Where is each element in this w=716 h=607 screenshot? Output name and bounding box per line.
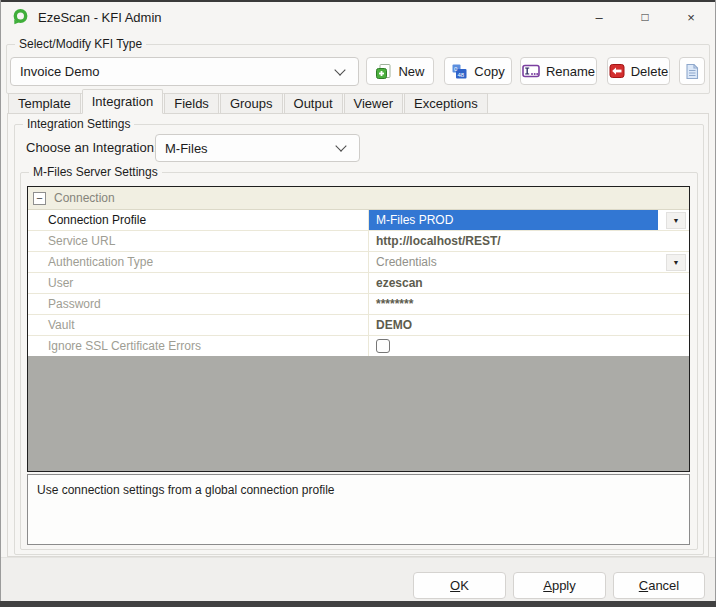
collapse-icon[interactable]: − <box>33 192 46 205</box>
new-button-label: New <box>398 64 424 79</box>
property-row-user[interactable]: User ezescan <box>28 273 689 294</box>
integration-combobox[interactable]: M-Files <box>155 134 360 162</box>
category-label: Connection <box>54 191 115 205</box>
ignore-ssl-checkbox[interactable] <box>376 339 390 353</box>
property-label: Authentication Type <box>28 252 369 272</box>
chevron-down-icon <box>335 140 346 151</box>
tab-exceptions[interactable]: Exceptions <box>404 93 488 114</box>
new-icon <box>375 63 392 80</box>
property-value: M-Files PROD <box>369 213 453 227</box>
kfi-type-selected-value: Invoice Demo <box>11 64 336 79</box>
property-value: Credentials <box>369 255 658 269</box>
svg-text:48: 48 <box>458 71 465 77</box>
cancel-button-label: Cancel <box>639 578 679 593</box>
property-label: Service URL <box>28 231 369 251</box>
delete-button-label: Delete <box>631 64 669 79</box>
property-value: DEMO <box>369 318 412 332</box>
ok-button-label: OK <box>450 578 469 593</box>
property-row-connection-profile[interactable]: Connection Profile M-Files PROD ▼ <box>28 210 689 231</box>
connection-category-row[interactable]: − Connection <box>28 187 689 210</box>
kfi-type-group-label: Select/Modify KFI Type <box>15 37 146 51</box>
copy-button[interactable]: 0 48 Copy <box>444 57 512 85</box>
property-label: Connection Profile <box>28 210 369 230</box>
title-bar: EzeScan - KFI Admin – □ × <box>0 2 716 32</box>
tab-fields[interactable]: Fields <box>164 93 219 114</box>
property-row-authentication-type[interactable]: Authentication Type Credentials ▼ <box>28 252 689 273</box>
window-left-edge <box>0 0 1 607</box>
property-row-password[interactable]: Password ******** <box>28 294 689 315</box>
property-row-service-url[interactable]: Service URL http://localhost/REST/ <box>28 231 689 252</box>
selected-value-highlight: M-Files PROD <box>369 210 658 230</box>
property-row-ignore-ssl[interactable]: Ignore SSL Certificate Errors <box>28 336 689 357</box>
close-button[interactable]: × <box>668 2 714 32</box>
choose-integration-label: Choose an Integration: <box>26 140 158 155</box>
new-button[interactable]: New <box>366 57 434 85</box>
footer-bar: OK Apply Cancel <box>0 557 716 601</box>
window-bottom-edge <box>0 601 716 607</box>
kfi-type-combobox[interactable]: Invoice Demo <box>10 57 359 86</box>
property-value: ******** <box>369 297 413 311</box>
rename-button-label: Rename <box>546 64 595 79</box>
tab-integration[interactable]: Integration <box>82 89 163 114</box>
window-controls: – □ × <box>576 2 714 32</box>
property-description-panel: Use connection settings from a global co… <box>27 474 690 545</box>
property-value: ezescan <box>369 276 423 290</box>
copy-icon: 0 48 <box>451 63 468 80</box>
dropdown-button[interactable]: ▼ <box>666 212 686 229</box>
rename-button[interactable]: Rename <box>520 57 597 85</box>
connection-property-grid: − Connection Connection Profile M-Files … <box>27 186 690 472</box>
property-row-vault[interactable]: Vault DEMO <box>28 315 689 336</box>
tab-output[interactable]: Output <box>284 93 343 114</box>
ok-button[interactable]: OK <box>413 572 506 599</box>
kfi-admin-window: EzeScan - KFI Admin – □ × Select/Modify … <box>0 0 716 607</box>
document-icon <box>685 63 699 80</box>
rename-icon <box>522 63 540 79</box>
tab-template[interactable]: Template <box>8 93 81 114</box>
window-top-edge <box>0 0 716 2</box>
property-label: Password <box>28 294 369 314</box>
chevron-down-icon <box>334 64 345 75</box>
apply-button[interactable]: Apply <box>513 572 606 599</box>
copy-button-label: Copy <box>474 64 504 79</box>
property-label: User <box>28 273 369 293</box>
dropdown-button[interactable]: ▼ <box>666 254 686 271</box>
cancel-button[interactable]: Cancel <box>613 572 705 599</box>
mfiles-server-settings-group-label: M-Files Server Settings <box>29 165 162 179</box>
window-title: EzeScan - KFI Admin <box>38 10 162 25</box>
delete-button[interactable]: Delete <box>607 57 670 85</box>
tab-groups[interactable]: Groups <box>220 93 283 114</box>
property-description-text: Use connection settings from a global co… <box>28 475 689 497</box>
minimize-button[interactable]: – <box>576 2 622 32</box>
property-grid-empty-area <box>28 356 689 471</box>
ezescan-logo-icon <box>11 8 29 26</box>
property-value: http://localhost/REST/ <box>369 234 501 248</box>
property-label: Ignore SSL Certificate Errors <box>28 336 369 356</box>
maximize-button[interactable]: □ <box>622 2 668 32</box>
integration-settings-group-label: Integration Settings <box>23 117 134 131</box>
notes-button[interactable] <box>679 57 705 85</box>
tab-viewer[interactable]: Viewer <box>344 93 404 114</box>
tab-strip: Template Integration Fields Groups Outpu… <box>8 90 489 114</box>
delete-icon <box>609 63 625 79</box>
apply-button-label: Apply <box>543 578 576 593</box>
property-label: Vault <box>28 315 369 335</box>
integration-selected-value: M-Files <box>156 141 337 156</box>
